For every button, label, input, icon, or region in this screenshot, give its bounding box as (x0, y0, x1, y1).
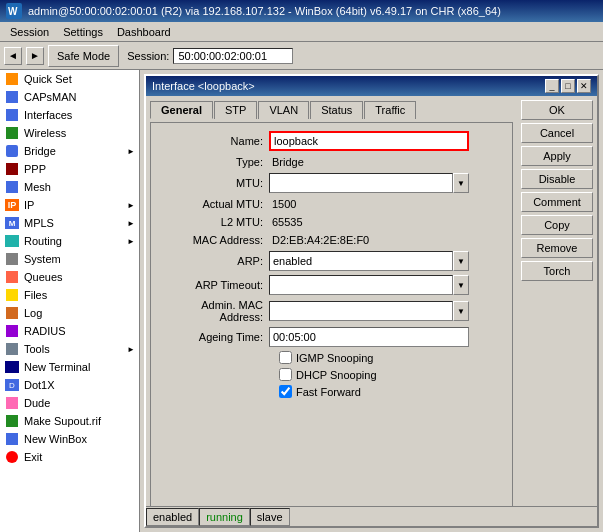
tab-status[interactable]: Status (310, 101, 363, 119)
arp-timeout-dropdown-button[interactable]: ▼ (453, 275, 469, 295)
sidebar-label-routing: Routing (24, 235, 62, 247)
comment-button[interactable]: Comment (521, 192, 593, 212)
sidebar-item-newwinbox[interactable]: New WinBox (0, 430, 139, 448)
sidebar-item-wireless[interactable]: Wireless (0, 124, 139, 142)
routing-arrow-icon: ► (127, 237, 135, 246)
sidebar-label-log: Log (24, 307, 42, 319)
sidebar-item-newterminal[interactable]: New Terminal (0, 358, 139, 376)
sidebar-label-ppp: PPP (24, 163, 46, 175)
actual-mtu-value: 1500 (269, 197, 299, 211)
arp-row: ARP: ▼ (159, 251, 504, 271)
redo-button[interactable]: ► (26, 47, 44, 65)
tab-general[interactable]: General (150, 101, 213, 119)
ageing-time-input[interactable] (269, 327, 469, 347)
sidebar-label-dude: Dude (24, 397, 50, 409)
tab-traffic[interactable]: Traffic (364, 101, 416, 119)
name-input[interactable] (269, 131, 469, 151)
arp-timeout-input-container: ▼ (269, 275, 469, 295)
admin-mac-dropdown-button[interactable]: ▼ (453, 301, 469, 321)
sidebar-label-mpls: MPLS (24, 217, 54, 229)
sidebar-item-dot1x[interactable]: D Dot1X (0, 376, 139, 394)
sidebar-item-dude[interactable]: Dude (0, 394, 139, 412)
sidebar-label-queues: Queues (24, 271, 63, 283)
ok-button[interactable]: OK (521, 100, 593, 120)
sidebar-item-makesupout[interactable]: Make Supout.rif (0, 412, 139, 430)
dialog-title-text: Interface <loopback> (152, 80, 543, 92)
ip-arrow-icon: ► (127, 201, 135, 210)
safe-mode-button[interactable]: Safe Mode (48, 45, 119, 67)
menu-settings[interactable]: Settings (57, 25, 109, 39)
sidebar-item-bridge[interactable]: Bridge ► (0, 142, 139, 160)
dhcp-snooping-row: DHCP Snooping (159, 368, 504, 381)
admin-mac-input-container: ▼ (269, 301, 469, 321)
apply-button[interactable]: Apply (521, 146, 593, 166)
dialog-maximize-button[interactable]: □ (561, 79, 575, 93)
arp-input[interactable] (269, 251, 453, 271)
igmp-snooping-label: IGMP Snooping (296, 352, 373, 364)
title-bar: W admin@50:00:00:02:00:01 (R2) via 192.1… (0, 0, 603, 22)
dialog-close-button[interactable]: ✕ (577, 79, 591, 93)
capsman-icon (4, 90, 20, 104)
menu-session[interactable]: Session (4, 25, 55, 39)
sidebar-item-system[interactable]: System (0, 250, 139, 268)
undo-button[interactable]: ◄ (4, 47, 22, 65)
exit-icon (4, 450, 20, 464)
sidebar-item-tools[interactable]: Tools ► (0, 340, 139, 358)
admin-mac-row: Admin. MAC Address: ▼ (159, 299, 504, 323)
status-running: running (199, 508, 250, 526)
mtu-row: MTU: ▼ (159, 173, 504, 193)
dhcp-snooping-checkbox[interactable] (279, 368, 292, 381)
ppp-icon (4, 162, 20, 176)
copy-button[interactable]: Copy (521, 215, 593, 235)
sidebar-item-interfaces[interactable]: Interfaces (0, 106, 139, 124)
sidebar-label-newterminal: New Terminal (24, 361, 90, 373)
session-value: 50:00:00:02:00:01 (173, 48, 293, 64)
sidebar-item-mpls[interactable]: M MPLS ► (0, 214, 139, 232)
files-icon (4, 288, 20, 302)
sidebar-item-capsman[interactable]: CAPsMAN (0, 88, 139, 106)
session-label: Session: (127, 50, 169, 62)
sidebar-item-files[interactable]: Files (0, 286, 139, 304)
mac-label: MAC Address: (159, 234, 269, 246)
igmp-snooping-checkbox[interactable] (279, 351, 292, 364)
sidebar-label-system: System (24, 253, 61, 265)
sidebar-item-radius[interactable]: RADIUS (0, 322, 139, 340)
tab-vlan[interactable]: VLAN (258, 101, 309, 119)
sidebar-item-mesh[interactable]: Mesh (0, 178, 139, 196)
mtu-input[interactable] (269, 173, 453, 193)
l2-mtu-value: 65535 (269, 215, 306, 229)
cancel-button[interactable]: Cancel (521, 123, 593, 143)
remove-button[interactable]: Remove (521, 238, 593, 258)
sidebar-item-log[interactable]: Log (0, 304, 139, 322)
type-label: Type: (159, 156, 269, 168)
sidebar-item-ppp[interactable]: PPP (0, 160, 139, 178)
admin-mac-input[interactable] (269, 301, 453, 321)
tab-stp[interactable]: STP (214, 101, 257, 119)
radius-icon (4, 324, 20, 338)
mtu-dropdown-button[interactable]: ▼ (453, 173, 469, 193)
app-icon: W (6, 3, 22, 19)
disable-button[interactable]: Disable (521, 169, 593, 189)
name-row: Name: (159, 131, 504, 151)
newterminal-icon (4, 360, 20, 374)
igmp-snooping-row: IGMP Snooping (159, 351, 504, 364)
arp-timeout-input[interactable] (269, 275, 453, 295)
torch-button[interactable]: Torch (521, 261, 593, 281)
sidebar-item-ip[interactable]: IP IP ► (0, 196, 139, 214)
tab-content-general: Name: Type: Bridge MTU: (150, 122, 513, 522)
sidebar-label-mesh: Mesh (24, 181, 51, 193)
sidebar-item-exit[interactable]: Exit (0, 448, 139, 466)
dialog-minimize-button[interactable]: _ (545, 79, 559, 93)
mpls-icon: M (4, 216, 20, 230)
sidebar-item-quick-set[interactable]: Quick Set (0, 70, 139, 88)
fast-forward-label: Fast Forward (296, 386, 361, 398)
menu-dashboard[interactable]: Dashboard (111, 25, 177, 39)
mtu-input-container: ▼ (269, 173, 469, 193)
sidebar-label-makesupout: Make Supout.rif (24, 415, 101, 427)
sidebar-item-queues[interactable]: Queues (0, 268, 139, 286)
routing-icon (4, 234, 20, 248)
arp-dropdown-button[interactable]: ▼ (453, 251, 469, 271)
fast-forward-checkbox[interactable] (279, 385, 292, 398)
mtu-label: MTU: (159, 177, 269, 189)
sidebar-item-routing[interactable]: Routing ► (0, 232, 139, 250)
